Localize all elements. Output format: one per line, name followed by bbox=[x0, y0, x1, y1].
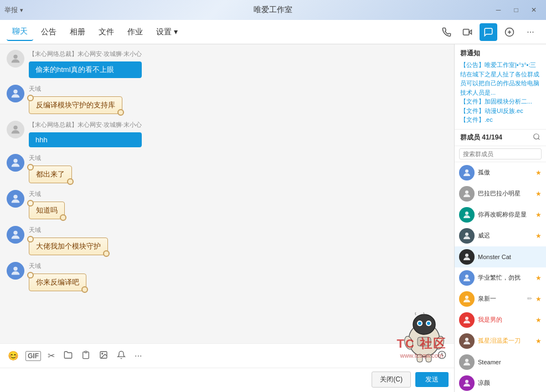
bell-icon[interactable] bbox=[115, 348, 128, 364]
window-title: 唯爱工作室 bbox=[254, 5, 292, 15]
member-name: 巴拉巴拉小明星 bbox=[478, 189, 532, 198]
notice-line-4[interactable]: 【文件】.ec bbox=[460, 115, 540, 125]
report-button[interactable]: 举报 bbox=[4, 6, 18, 15]
window-controls: ─ □ ✕ bbox=[491, 0, 542, 20]
group-notice-content: 【公告】唯爱工作室|•°з°•:三结在城下之星人扯了各位群成员可以把自己的作品发… bbox=[460, 60, 540, 125]
member-name: 学业繁忙，勿扰 bbox=[478, 274, 532, 282]
member-avatar bbox=[459, 270, 475, 286]
message-content-wrap: 【末心网络总裁】末心网安·攻城狮·末小心 偷来的html真的看不上眼 bbox=[7, 50, 447, 78]
avatar bbox=[7, 50, 24, 68]
member-name: 泉新一 bbox=[478, 295, 524, 303]
minimize-button[interactable]: ─ bbox=[491, 2, 506, 18]
member-avatar bbox=[459, 249, 475, 265]
member-name: 孤星泪温柔一刀 bbox=[478, 337, 532, 345]
gif-button[interactable]: GIF bbox=[25, 351, 41, 361]
message-row: 天域 大佬我加个模块守护 bbox=[7, 226, 447, 255]
member-avatar bbox=[459, 312, 475, 328]
svg-point-8 bbox=[13, 159, 17, 163]
svg-point-20 bbox=[465, 212, 468, 215]
image-icon[interactable] bbox=[97, 348, 110, 364]
nav-chat[interactable]: 聊天 bbox=[7, 23, 33, 41]
clipboard-icon[interactable] bbox=[79, 348, 92, 364]
member-avatar bbox=[459, 165, 475, 180]
member-item-nickname[interactable]: 你再改昵称你是显 ★ bbox=[455, 204, 546, 225]
member-item-liangyan[interactable]: 凉颜 bbox=[455, 373, 546, 393]
cut-icon[interactable]: ✂ bbox=[45, 348, 57, 363]
message-row: 天域 反编译模块守护的支持库 bbox=[7, 85, 447, 114]
chat-messages: 【末心网络总裁】末心网安·攻城狮·末小心 偷来的html真的看不上眼 天域 反编… bbox=[0, 44, 454, 343]
message-bubble: 你来反编译吧 bbox=[29, 274, 86, 291]
chat-icon-btn[interactable] bbox=[480, 23, 497, 41]
message-sender: 天域 bbox=[29, 262, 86, 270]
maximize-button[interactable]: □ bbox=[508, 2, 524, 18]
member-search-button[interactable] bbox=[533, 133, 540, 142]
report-dropdown[interactable]: ▾ bbox=[20, 7, 23, 14]
svg-point-11 bbox=[13, 267, 17, 271]
notice-line-3[interactable]: 【文件】动漫UI反族.ec bbox=[460, 106, 540, 116]
main-layout: 【末心网络总裁】末心网安·攻城狮·末小心 偷来的html真的看不上眼 天域 反编… bbox=[0, 44, 546, 392]
svg-point-21 bbox=[465, 233, 468, 236]
message-sender: 天域 bbox=[29, 226, 108, 234]
video-icon-btn[interactable] bbox=[459, 23, 476, 41]
member-badge-star: ★ bbox=[535, 316, 542, 324]
message-content-wrap: 天域 大佬我加个模块守护 bbox=[7, 226, 447, 255]
member-name: Monster Cat bbox=[478, 254, 542, 260]
folder-icon[interactable] bbox=[61, 348, 75, 364]
message-bubble: hhh bbox=[29, 132, 142, 147]
member-item-gua'ao[interactable]: 孤傲 ★ bbox=[455, 162, 546, 183]
svg-point-25 bbox=[465, 317, 468, 320]
member-name: 我是男的 bbox=[478, 316, 532, 324]
member-badge-star: ★ bbox=[535, 274, 542, 282]
svg-point-22 bbox=[465, 254, 468, 257]
message-content-wrap: 天域 反编译模块守护的支持库 bbox=[7, 85, 447, 114]
member-item-quanxin[interactable]: 泉新一 ✏ ★ bbox=[455, 288, 546, 310]
close-button[interactable]: ✕ bbox=[526, 2, 542, 18]
nav-settings[interactable]: 设置 ▾ bbox=[151, 24, 183, 40]
nav-homework[interactable]: 作业 bbox=[122, 24, 148, 40]
member-badge-star: ★ bbox=[535, 232, 542, 240]
message-bubble: 反编译模块守护的支持库 bbox=[29, 96, 122, 114]
member-search-input-wrap bbox=[455, 146, 546, 162]
emoji-button[interactable]: 😊 bbox=[6, 348, 21, 363]
avatar bbox=[7, 190, 24, 208]
member-name: 孤傲 bbox=[478, 168, 532, 177]
member-item-monster-cat[interactable]: Monster Cat bbox=[455, 246, 546, 267]
group-notice: 群通知 【公告】唯爱工作室|•°з°•:三结在城下之星人扯了各位群成员可以把自己… bbox=[455, 44, 546, 130]
chat-area: 【末心网络总裁】末心网安·攻城狮·末小心 偷来的html真的看不上眼 天域 反编… bbox=[0, 44, 455, 392]
svg-point-23 bbox=[465, 275, 468, 278]
svg-rect-0 bbox=[463, 29, 470, 35]
message-body: 【末心网络总裁】末心网安·攻城狮·末小心 偷来的html真的看不上眼 bbox=[29, 50, 142, 78]
chat-toolbar: 😊 GIF ✂ ··· bbox=[0, 343, 454, 368]
member-avatar bbox=[459, 291, 475, 307]
message-bubble: 大佬我加个模块守护 bbox=[29, 238, 108, 255]
member-search-input[interactable] bbox=[459, 148, 542, 159]
member-badge-edit: ✏ bbox=[527, 295, 532, 302]
add-icon-btn[interactable] bbox=[501, 23, 518, 41]
member-item-bala[interactable]: 巴拉巴拉小明星 ★ bbox=[455, 183, 546, 204]
notice-line-2[interactable]: 【文件】加固模块分析二... bbox=[460, 97, 540, 106]
member-item-weichi[interactable]: 威迟 ★ bbox=[455, 225, 546, 246]
member-item-busy[interactable]: 学业繁忙，勿扰 ★ bbox=[455, 267, 546, 288]
nav-files[interactable]: 文件 bbox=[93, 24, 120, 40]
member-avatar bbox=[459, 375, 475, 391]
svg-point-18 bbox=[465, 169, 468, 173]
nav-notice[interactable]: 公告 bbox=[35, 24, 62, 40]
send-button[interactable]: 发送 bbox=[415, 372, 449, 387]
svg-point-19 bbox=[465, 190, 468, 194]
member-avatar bbox=[459, 333, 475, 349]
phone-icon-btn[interactable] bbox=[437, 23, 455, 41]
avatar bbox=[7, 262, 24, 280]
more-icon-btn[interactable]: ··· bbox=[522, 23, 539, 41]
nav-album[interactable]: 相册 bbox=[64, 24, 91, 40]
member-item-star-tear[interactable]: 孤星泪温柔一刀 ★ bbox=[455, 331, 546, 352]
message-bubble: 都出来了 bbox=[29, 166, 72, 183]
more-toolbar-icon[interactable]: ··· bbox=[132, 349, 144, 363]
message-row: 天域 知道吗 bbox=[7, 190, 447, 219]
time-icon[interactable] bbox=[435, 348, 449, 364]
member-item-steamer[interactable]: Steamer bbox=[455, 352, 546, 373]
member-item-male[interactable]: 我是男的 ★ bbox=[455, 310, 546, 331]
svg-point-28 bbox=[465, 380, 468, 383]
title-bar-report-area: 举报 ▾ bbox=[4, 0, 23, 20]
close-chat-button[interactable]: 关闭(C) bbox=[372, 372, 411, 388]
nav-right-icons: ··· bbox=[437, 23, 539, 41]
